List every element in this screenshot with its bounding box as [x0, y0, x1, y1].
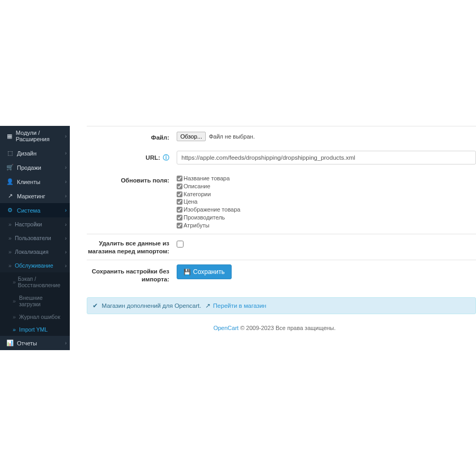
- save-button[interactable]: 💾 Сохранить: [177, 264, 232, 279]
- nav-label: Клиенты: [17, 179, 40, 185]
- chevron-right-icon: ›: [65, 263, 67, 269]
- footer-rest: © 2009-2023 Все права защищены.: [239, 325, 335, 331]
- nav-system[interactable]: ⚙ Система ›: [0, 203, 70, 217]
- nav-label: Продажи: [17, 164, 41, 171]
- nav-label: Маркетинг: [17, 193, 45, 199]
- bullet-icon: »: [13, 298, 18, 304]
- subnav-localization[interactable]: » Локализация ›: [0, 245, 70, 259]
- chk-product-name[interactable]: Название товара: [177, 175, 476, 182]
- chart-icon: 📊: [6, 340, 14, 346]
- row-url: URL: ⓘ: [87, 146, 476, 169]
- subnav-settings[interactable]: » Настройки ›: [0, 217, 70, 231]
- sub2-backup[interactable]: » Бэкап / Восстановление: [0, 272, 70, 291]
- footer: OpenCart © 2009-2023 Все права защищены.: [73, 314, 476, 342]
- subnav-label: Локализация: [15, 249, 49, 255]
- nav-label: Отчеты: [17, 340, 37, 346]
- sub2-label: Журнал ошибок: [19, 314, 60, 320]
- chevron-right-icon: ›: [65, 164, 67, 170]
- url-input[interactable]: [177, 151, 476, 164]
- chk-attributes[interactable]: Атрибуты: [177, 222, 476, 230]
- row-wipe: Удалить все данные из магазина перед имп…: [87, 234, 476, 260]
- nav-clients[interactable]: 👤 Клиенты ›: [0, 175, 70, 189]
- label-url-text: URL:: [145, 154, 160, 161]
- chk-price[interactable]: Цена: [177, 198, 476, 206]
- bullet-icon: »: [8, 235, 14, 241]
- sub2-errorlog[interactable]: » Журнал ошибок: [0, 310, 70, 323]
- chk-description[interactable]: Описание: [177, 182, 476, 190]
- chk-categories[interactable]: Категории: [177, 190, 476, 198]
- file-browse-button[interactable]: Обзор...: [177, 132, 206, 141]
- nav-label: Дизайн: [17, 150, 36, 157]
- save-button-label: Сохранить: [193, 268, 225, 276]
- label-save: Сохранить настройки без импорта:: [87, 264, 177, 283]
- chk-image[interactable]: Изображение товара: [177, 206, 476, 214]
- main-content: Файл: Обзор... Файл не выбран. URL: ⓘ: [70, 126, 476, 350]
- subnav-users[interactable]: » Пользователи ›: [0, 231, 70, 245]
- checkbox[interactable]: [177, 184, 182, 189]
- chevron-right-icon: ›: [65, 207, 67, 213]
- sub2-external[interactable]: » Внешние загрузки: [0, 291, 70, 310]
- label-update-fields: Обновить поля:: [87, 173, 177, 185]
- bullet-icon: »: [13, 326, 18, 333]
- chevron-right-icon: ›: [65, 193, 67, 199]
- bullet-icon: »: [13, 279, 17, 285]
- chevron-right-icon: ›: [65, 150, 67, 156]
- chk-label: Название товара: [184, 175, 230, 182]
- gear-icon: ⚙: [6, 207, 14, 214]
- subnav-label: Пользователи: [15, 235, 51, 241]
- nav-label: Модули / Расширения: [16, 130, 66, 142]
- nav-sales[interactable]: 🛒 Продажи ›: [0, 160, 70, 175]
- nav-extensions[interactable]: ▦ Модули / Расширения ›: [0, 126, 70, 146]
- chk-label: Категории: [184, 190, 211, 198]
- bullet-icon: »: [8, 221, 14, 227]
- alert-text: Магазин дополнений для Opencart.: [102, 303, 201, 309]
- sub2-label: Import YML: [19, 326, 48, 333]
- monitor-icon: ⬚: [6, 150, 14, 157]
- puzzle-icon: ▦: [6, 133, 13, 140]
- file-status-text: Файл не выбран.: [209, 133, 255, 140]
- nav-design[interactable]: ⬚ Дизайн ›: [0, 146, 70, 160]
- subnav-label: Обслуживание: [15, 262, 53, 269]
- system-submenu: » Настройки › » Пользователи › » Локализ…: [0, 217, 70, 336]
- sub2-label: Внешние загрузки: [19, 295, 66, 307]
- check-circle-icon: ✔: [93, 302, 98, 309]
- checkbox[interactable]: [177, 207, 182, 213]
- nav-marketing[interactable]: ↗ Маркетинг ›: [0, 189, 70, 203]
- chevron-right-icon: ›: [65, 249, 67, 255]
- wipe-checkbox[interactable]: [177, 241, 184, 248]
- extension-store-alert: ✔ Магазин дополнений для Opencart. ↗ Пер…: [87, 297, 476, 314]
- checkbox[interactable]: [177, 176, 182, 181]
- chevron-right-icon: ›: [65, 222, 67, 227]
- chevron-right-icon: ›: [65, 133, 67, 139]
- chk-label: Производитель: [184, 214, 225, 222]
- chevron-right-icon: ›: [65, 340, 67, 346]
- sub2-label: Бэкап / Восстановление: [18, 276, 66, 288]
- service-submenu: » Бэкап / Восстановление » Внешние загру…: [0, 272, 70, 336]
- sidebar: ▦ Модули / Расширения › ⬚ Дизайн › 🛒 Про…: [0, 126, 70, 350]
- bullet-icon: »: [13, 314, 18, 320]
- update-fields-list: Название товара Описание Категории Цена …: [177, 173, 476, 230]
- checkbox[interactable]: [177, 223, 182, 228]
- checkbox[interactable]: [177, 191, 182, 197]
- footer-brand-link[interactable]: OpenCart: [213, 325, 239, 331]
- alert-link[interactable]: Перейти в магазин: [213, 303, 267, 309]
- subnav-label: Настройки: [15, 221, 42, 227]
- cart-icon: 🛒: [6, 164, 14, 171]
- row-save: Сохранить настройки без импорта: 💾 Сохра…: [87, 260, 476, 288]
- checkbox[interactable]: [177, 199, 182, 205]
- external-link-icon: ↗: [205, 302, 210, 309]
- chk-label: Цена: [184, 198, 197, 206]
- label-url: URL: ⓘ: [87, 151, 177, 162]
- sub2-import-yml[interactable]: » Import YML: [0, 323, 70, 336]
- nav-reports[interactable]: 📊 Отчеты ›: [0, 336, 70, 350]
- subnav-service[interactable]: » Обслуживание ›: [0, 259, 70, 272]
- label-file: Файл:: [87, 131, 177, 142]
- checkbox[interactable]: [177, 215, 182, 221]
- chevron-right-icon: ›: [65, 235, 67, 241]
- chk-manufacturer[interactable]: Производитель: [177, 214, 476, 222]
- bullet-icon: »: [8, 262, 14, 269]
- bullet-icon: »: [8, 249, 14, 255]
- label-wipe: Удалить все данные из магазина перед имп…: [87, 239, 177, 255]
- chevron-right-icon: ›: [65, 179, 67, 185]
- help-icon[interactable]: ⓘ: [163, 154, 169, 162]
